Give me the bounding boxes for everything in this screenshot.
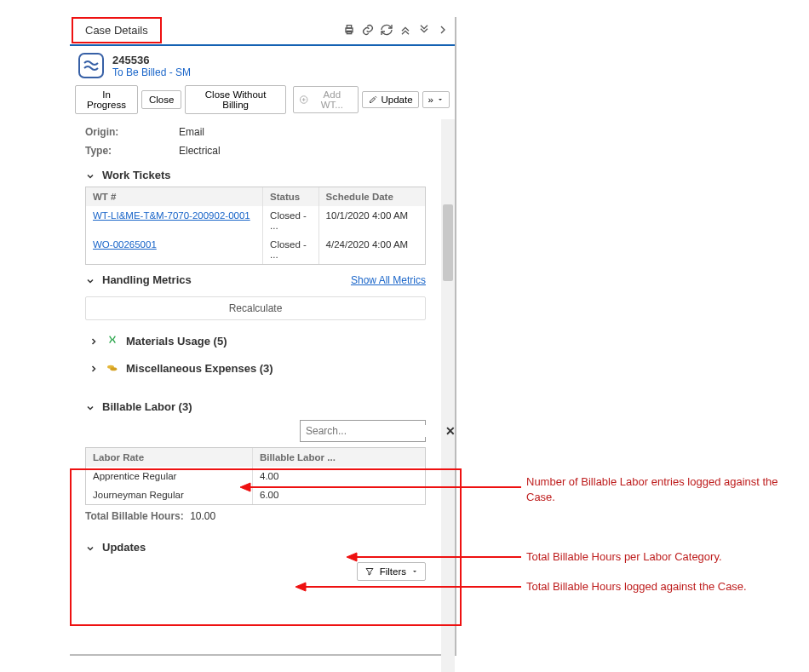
annotation-arrow [347, 551, 521, 563]
close-button[interactable]: Close [141, 90, 181, 109]
wt-schedule: 4/24/2020 4:00 AM [319, 235, 425, 264]
work-tickets-title: Work Tickets [102, 169, 170, 181]
billable-labor-header[interactable]: Billable Labor (3) [70, 382, 441, 416]
svg-marker-9 [347, 553, 357, 561]
page-title: Case Details [72, 17, 162, 43]
col-labor-rate: Labor Rate [86, 448, 253, 467]
annotation-arrow [295, 581, 521, 593]
billable-search-row: ✕ [70, 416, 441, 447]
next-icon[interactable] [436, 23, 450, 37]
titlebar: Case Details [70, 17, 455, 43]
origin-value: Email [179, 126, 204, 138]
chevron-down-icon [85, 169, 95, 181]
action-row: In Progress Close Close Without Billing … [70, 85, 455, 119]
annotation-text: Total Billable Hours logged against the … [526, 579, 799, 594]
plus-circle-icon [299, 95, 308, 105]
misc-expenses-header[interactable]: Miscellaneous Expenses (3) [70, 354, 441, 382]
more-label: » [428, 95, 433, 105]
origin-row: Origin: Email [70, 123, 441, 141]
recalculate-button[interactable]: Recalculate [85, 296, 426, 320]
in-progress-button[interactable]: In Progress [75, 85, 138, 114]
search-input-wrap: ✕ [300, 420, 426, 442]
add-wt-label: Add WT... [312, 89, 352, 110]
collapse-up-icon[interactable] [399, 23, 412, 37]
annotation-arrow [240, 481, 521, 493]
clear-search-icon[interactable]: ✕ [439, 424, 462, 438]
table-row: WO-00265001 Closed - ... 4/24/2020 4:00 … [86, 235, 425, 264]
close-without-billing-button[interactable]: Close Without Billing [185, 85, 285, 114]
col-schedule: Schedule Date [319, 187, 425, 206]
add-wt-button[interactable]: Add WT... [293, 86, 359, 113]
svg-marker-7 [240, 483, 250, 491]
print-icon[interactable] [342, 23, 356, 37]
caret-down-icon [437, 96, 444, 103]
materials-usage-header[interactable]: Materials Usage (5) [70, 327, 441, 354]
case-header: 245536 To Be Billed - SM [70, 53, 455, 85]
annotation-text: Number of Billable Labor entries logged … [526, 474, 799, 504]
chevron-down-icon [85, 273, 95, 286]
billable-labor-title: Billable Labor (3) [102, 400, 192, 413]
origin-label: Origin: [85, 126, 179, 138]
expand-down-icon[interactable] [417, 23, 431, 37]
handling-metrics-header[interactable]: Handling Metrics Show All Metrics [70, 265, 441, 291]
chevron-right-icon [89, 362, 99, 375]
refresh-icon[interactable] [380, 23, 393, 37]
table-header: Labor Rate Billable Labor ... [86, 448, 425, 467]
wt-link[interactable]: WO-00265001 [93, 239, 157, 250]
chevron-right-icon [89, 335, 99, 347]
materials-icon [106, 334, 119, 347]
type-value: Electrical [179, 145, 221, 157]
svg-rect-1 [347, 26, 351, 28]
misc-title: Miscellaneous Expenses (3) [126, 362, 273, 375]
case-number: 245536 [112, 54, 191, 66]
wt-status: Closed - ... [263, 206, 318, 235]
case-icon [78, 53, 104, 78]
handling-metrics-title: Handling Metrics [102, 273, 192, 286]
svg-marker-11 [295, 583, 306, 591]
work-tickets-table: WT # Status Schedule Date WT-LI&ME-T&M-7… [85, 187, 426, 265]
wt-status: Closed - ... [263, 235, 318, 264]
work-tickets-section-header[interactable]: Work Tickets [70, 160, 441, 187]
more-actions-button[interactable]: » [422, 91, 450, 108]
svg-point-5 [110, 367, 117, 370]
coins-icon [106, 361, 119, 375]
link-icon[interactable] [361, 23, 375, 37]
tools-icon [368, 95, 378, 105]
type-row: Type: Electrical [70, 141, 441, 160]
show-all-metrics-link[interactable]: Show All Metrics [351, 274, 426, 286]
chevron-down-icon [85, 400, 95, 413]
col-status: Status [263, 187, 318, 206]
table-header: WT # Status Schedule Date [86, 187, 425, 206]
divider [70, 44, 455, 46]
col-wt: WT # [86, 187, 263, 206]
wt-schedule: 10/1/2020 4:00 AM [319, 206, 425, 235]
annotation-text: Total Billable Hours per Labor Category. [526, 549, 799, 565]
materials-title: Materials Usage (5) [126, 335, 227, 347]
case-status[interactable]: To Be Billed - SM [112, 66, 191, 78]
table-row: WT-LI&ME-T&M-7070-200902-0001 Closed - .… [86, 206, 425, 235]
col-billable-hours: Billable Labor ... [253, 448, 345, 467]
type-label: Type: [85, 145, 179, 157]
update-button[interactable]: Update [362, 91, 419, 108]
update-label: Update [382, 95, 413, 105]
search-input[interactable] [301, 425, 439, 437]
scroll-thumb[interactable] [443, 204, 453, 281]
wt-link[interactable]: WT-LI&ME-T&M-7070-200902-0001 [93, 210, 250, 221]
